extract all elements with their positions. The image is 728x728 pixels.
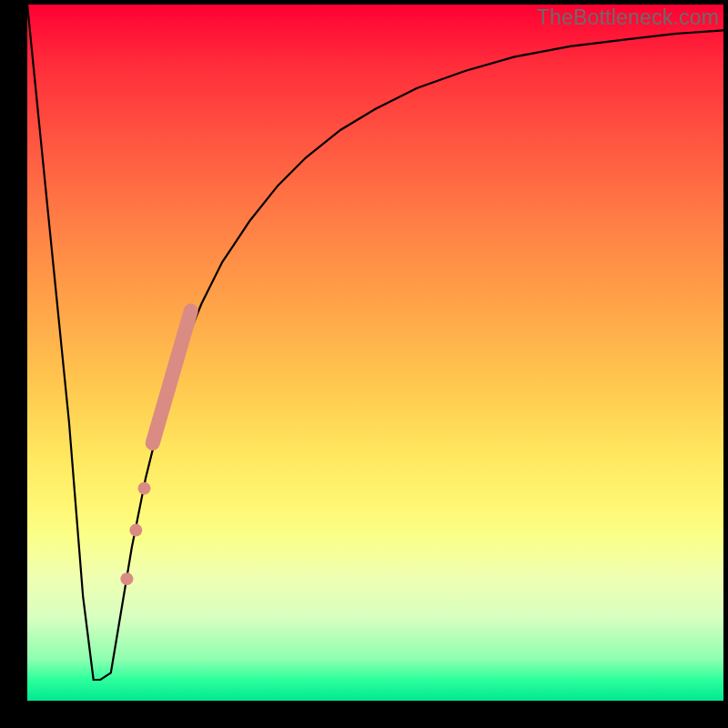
chart-container: TheBottleneck.com (0, 0, 728, 728)
highlight-dot (138, 482, 151, 495)
highlight-segment (153, 311, 191, 443)
plot-area (27, 5, 723, 701)
highlight-dot (129, 524, 142, 537)
highlight-dot (120, 572, 133, 585)
highlight-overlay (120, 311, 190, 586)
chart-svg (27, 5, 723, 701)
